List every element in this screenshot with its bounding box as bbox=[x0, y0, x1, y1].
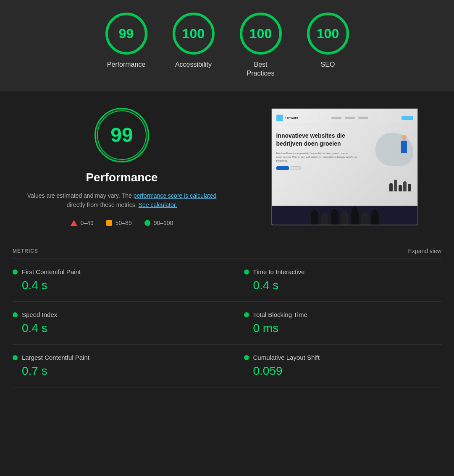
description-text-before-link: Values are estimated and may vary. The bbox=[27, 192, 134, 199]
metric-name-lcp: Largest Contentful Paint bbox=[22, 354, 89, 361]
mock-hero: Innovatieve websites die bedrijven doen … bbox=[276, 128, 413, 206]
legend-item-low: 0–49 bbox=[71, 220, 94, 226]
metric-header-si: Speed Index bbox=[13, 311, 210, 318]
metric-name-tbt: Total Blocking Time bbox=[253, 311, 307, 318]
score-label-best-practices: BestPractices bbox=[247, 60, 275, 78]
mock-secondary-cta bbox=[291, 166, 301, 170]
mock-nav-links bbox=[331, 117, 368, 119]
score-label-performance: Performance bbox=[107, 60, 146, 69]
metric-value-tbt: 0 ms bbox=[244, 322, 442, 335]
metric-value-si: 0.4 s bbox=[13, 322, 210, 335]
score-item-accessibility: 100 Accessibility bbox=[173, 13, 215, 69]
mock-logo-icon bbox=[276, 115, 283, 121]
score-value-best-practices: 100 bbox=[249, 26, 272, 42]
scores-section: 99 Performance 100 Accessibility 100 Bes… bbox=[0, 0, 454, 91]
metric-header-lcp: Largest Contentful Paint bbox=[13, 354, 210, 361]
metric-value-lcp: 0.7 s bbox=[13, 364, 210, 378]
high-score-icon bbox=[144, 220, 150, 226]
mock-headline: Innovatieve websites die bedrijven doen … bbox=[276, 132, 359, 148]
score-value-performance: 99 bbox=[119, 26, 134, 42]
score-item-best-practices: 100 BestPractices bbox=[240, 13, 282, 78]
big-score-circle: 99 bbox=[94, 108, 149, 162]
performance-description: Values are estimated and may vary. The p… bbox=[21, 191, 223, 210]
score-label-accessibility: Accessibility bbox=[175, 60, 212, 69]
performance-score-link[interactable]: performance score is calculated bbox=[134, 192, 217, 199]
metric-value-cls: 0.059 bbox=[244, 364, 442, 378]
score-value-seo: 100 bbox=[317, 26, 339, 42]
mock-cta-row bbox=[276, 166, 359, 170]
website-screenshot: Fenware Innovatieve websites die bedrijv… bbox=[271, 108, 418, 225]
score-label-seo: SEO bbox=[321, 60, 335, 69]
mock-hero-image bbox=[363, 128, 413, 206]
legend-range-low: 0–49 bbox=[81, 220, 94, 226]
metric-name-tti: Time to Interactive bbox=[253, 268, 305, 275]
metric-name-fcp: First Contentful Paint bbox=[22, 268, 81, 275]
score-value-accessibility: 100 bbox=[182, 26, 205, 42]
mock-logo: Fenware bbox=[276, 115, 298, 121]
metric-item-si: Speed Index 0.4 s bbox=[13, 302, 227, 345]
mock-nav: Fenware bbox=[276, 113, 413, 125]
metric-header-tbt: Total Blocking Time bbox=[244, 311, 442, 318]
legend-range-mid: 50–89 bbox=[115, 220, 132, 226]
description-text-mid: directly from these metrics. bbox=[67, 201, 139, 208]
metric-dot-lcp bbox=[13, 355, 18, 360]
metric-dot-tbt bbox=[244, 312, 249, 317]
metrics-grid: First Contentful Paint 0.4 s Time to Int… bbox=[13, 259, 441, 387]
score-item-performance: 99 Performance bbox=[105, 13, 147, 69]
mock-cta-button bbox=[402, 116, 413, 120]
score-circle-accessibility: 100 bbox=[173, 13, 215, 55]
metric-value-fcp: 0.4 s bbox=[13, 279, 210, 292]
big-score-value: 99 bbox=[110, 123, 133, 146]
legend-range-high: 90–100 bbox=[154, 220, 173, 226]
metric-item-tbt: Total Blocking Time 0 ms bbox=[227, 302, 442, 345]
metric-dot-cls bbox=[244, 355, 249, 360]
score-item-seo: 100 SEO bbox=[307, 13, 349, 69]
metric-name-si: Speed Index bbox=[22, 311, 57, 318]
metric-item-fcp: First Contentful Paint 0.4 s bbox=[13, 259, 227, 302]
score-circle-performance: 99 bbox=[105, 13, 147, 55]
legend-item-mid: 50–89 bbox=[106, 220, 132, 226]
performance-details-left: 99 Performance Values are estimated and … bbox=[13, 108, 231, 227]
score-circle-seo: 100 bbox=[307, 13, 349, 55]
expand-view-button[interactable]: Expand view bbox=[408, 248, 441, 254]
metrics-title-label: METRICS bbox=[13, 248, 38, 254]
screenshot-content: Fenware Innovatieve websites die bedrijv… bbox=[272, 109, 417, 225]
metrics-section: METRICS Expand view First Contentful Pai… bbox=[0, 239, 454, 396]
metric-item-cls: Cumulative Layout Shift 0.059 bbox=[227, 345, 442, 387]
metric-header-cls: Cumulative Layout Shift bbox=[244, 354, 442, 361]
metric-dot-si bbox=[13, 312, 18, 317]
mock-logo-text: Fenware bbox=[285, 116, 298, 120]
metric-name-cls: Cumulative Layout Shift bbox=[253, 354, 320, 361]
legend-item-high: 90–100 bbox=[144, 220, 173, 226]
score-circle-best-practices: 100 bbox=[240, 13, 282, 55]
metric-item-lcp: Largest Contentful Paint 0.7 s bbox=[13, 345, 227, 387]
mid-score-icon bbox=[106, 220, 112, 226]
score-legend: 0–49 50–89 90–100 bbox=[71, 220, 173, 226]
metric-item-tti: Time to Interactive 0.4 s bbox=[227, 259, 442, 302]
low-score-icon bbox=[71, 220, 77, 226]
calculator-link[interactable]: See calculator. bbox=[139, 201, 177, 208]
performance-title: Performance bbox=[86, 171, 157, 184]
performance-screenshot-right: Fenware Innovatieve websites die bedrijv… bbox=[248, 108, 441, 227]
performance-section: 99 Performance Values are estimated and … bbox=[0, 91, 454, 240]
metric-value-tti: 0.4 s bbox=[244, 279, 442, 292]
metric-header-tti: Time to Interactive bbox=[244, 268, 442, 275]
metric-dot-fcp bbox=[13, 269, 18, 275]
metric-header-fcp: First Contentful Paint bbox=[13, 268, 210, 275]
mock-subtext: Hier kan Fenware je geweldig helpen bij … bbox=[276, 152, 359, 163]
metric-dot-tti bbox=[244, 269, 249, 275]
mock-hero-text: Innovatieve websites die bedrijven doen … bbox=[276, 128, 359, 206]
mock-chess-row bbox=[272, 206, 417, 225]
metrics-header: METRICS Expand view bbox=[13, 248, 441, 254]
mock-primary-cta bbox=[276, 166, 289, 170]
